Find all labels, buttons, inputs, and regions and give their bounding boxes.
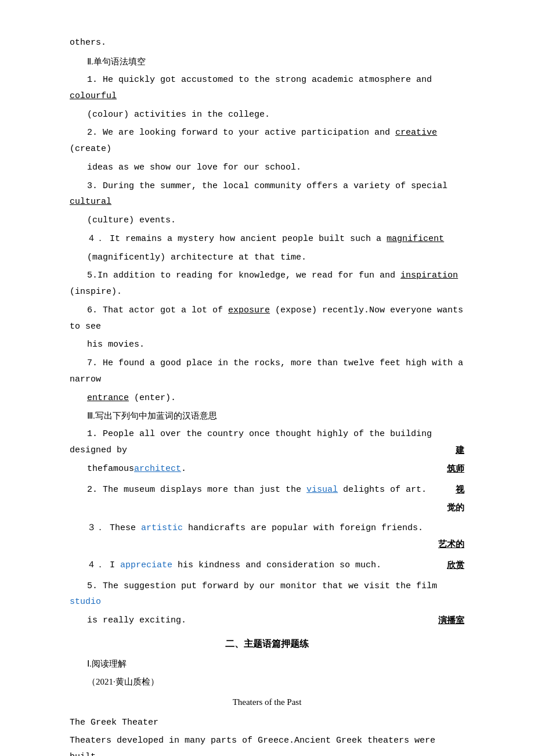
s3-item-1-line2: thefamousarchitect. 筑师 <box>70 461 464 477</box>
s3-3-after: handicrafts are popular with foreign fri… <box>183 523 423 533</box>
fill-item-6: 6. That actor got a lot of exposure (exp… <box>70 303 464 335</box>
fill-5-after: (inspire). <box>70 287 122 297</box>
fill-2-before: 2. We are looking forward to your active… <box>87 128 395 138</box>
s3-2-before: 2. The museum displays more than just th… <box>87 485 306 495</box>
s3-3-answer-part1: 艺术的 <box>421 537 464 553</box>
s3-item-5-line2: is really exciting. 演播室 <box>70 613 464 629</box>
fill-item-3-line2: (culture) events. <box>70 213 464 229</box>
s3-3-before: ３． These <box>87 523 141 533</box>
top-line: others. <box>70 35 464 51</box>
fill-item-5: 5.In addition to reading for knowledge, … <box>70 268 464 300</box>
fill-1-before: 1. He quickly got accustomed to the stro… <box>87 75 432 85</box>
s3-item-1-line1: 1. People all over the country once thou… <box>70 426 464 459</box>
fill-3-before: 3. During the summer, the local communit… <box>87 181 448 191</box>
fill-item-7-line2: entrance (enter). <box>70 390 464 406</box>
s3-item-2: 2. The museum displays more than just th… <box>70 482 464 498</box>
s3-item-5-line1: 5. The suggestion put forward by our mon… <box>70 578 464 611</box>
fill-item-6-line2: his movies. <box>70 337 464 353</box>
s3-5-line2: is really exciting. <box>87 615 186 625</box>
fill-4-before: ４． It remains a mystery how ancient peop… <box>87 234 387 244</box>
greek-text: Theaters developed in many parts of Gree… <box>70 733 464 756</box>
s3-1-line2-after: . <box>181 464 186 474</box>
fill-item-2-line2: ideas as we show our love for our school… <box>70 160 464 176</box>
fill-5-answer: inspiration <box>400 271 458 280</box>
sub-section-1: Ⅰ.阅读理解 <box>70 656 464 672</box>
s3-item-4: ４． I appreciate his kindness and conside… <box>70 557 464 574</box>
fill-item-1-line2: (colour) activities in the college. <box>70 107 464 123</box>
fill-6-answer: exposure <box>228 305 270 315</box>
fill-item-3: 3. During the summer, the local communit… <box>70 178 464 211</box>
s3-item-3: ３． These artistic handicrafts are popula… <box>70 520 464 553</box>
s3-2-blue: visual <box>306 485 338 495</box>
s3-5-blue: studio <box>70 597 101 607</box>
fill-6-before: 6. That actor got a lot of <box>87 305 228 315</box>
s3-1-before: 1. People all over the country once thou… <box>70 429 432 455</box>
s3-1-blue: architect <box>134 464 181 474</box>
s3-1-line2-before: thefamous <box>87 464 134 474</box>
s3-2-answer-part1: 视 <box>438 482 464 498</box>
fill-item-4-line2: (magnificently) architecture at that tim… <box>70 250 464 266</box>
s3-5-before: 5. The suggestion put forward by our mon… <box>87 581 437 591</box>
s3-1-answer-part1: 建 <box>438 442 464 459</box>
s3-4-answer: 欣赏 <box>430 557 464 574</box>
section2-fill-header: Ⅱ.单句语法填空 <box>70 54 464 70</box>
fill-item-4: ４． It remains a mystery how ancient peop… <box>70 231 464 247</box>
fill-5-before: 5.In addition to reading for knowledge, … <box>87 271 400 280</box>
s3-4-after: his kindness and consideration so much. <box>172 560 381 570</box>
s3-5-answer-part1: 演播室 <box>421 613 464 629</box>
fill-item-1: 1. He quickly got accustomed to the stro… <box>70 72 464 105</box>
fill-2-answer: creative <box>395 128 437 138</box>
greek-header: The Greek Theater <box>70 715 464 731</box>
s3-3-blue: artistic <box>141 523 183 533</box>
fill-item-2: 2. We are looking forward to your active… <box>70 125 464 157</box>
fill-1-answer: colourful <box>70 91 117 101</box>
fill-7-after: (enter). <box>129 393 176 403</box>
s3-4-before: ４． I <box>87 560 120 570</box>
fill-4-answer: magnificent <box>387 234 444 244</box>
fill-7-answer: entrance <box>87 393 129 403</box>
fill-3-answer: cultural <box>70 197 111 207</box>
section3-header: Ⅲ.写出下列句中加蓝词的汉语意思 <box>70 408 464 424</box>
fill-item-7-line1: 7. He found a good place in the rocks, m… <box>70 355 464 388</box>
s3-2-after: delights of art. <box>338 485 427 495</box>
exam-source: （2021·黄山质检） <box>70 674 464 690</box>
fill-2-after: (create) <box>70 144 111 154</box>
section2-title: 二、主题语篇押题练 <box>70 636 464 653</box>
s3-2-answer-part2: 觉的 <box>70 500 464 516</box>
s3-4-blue: appreciate <box>120 560 172 570</box>
s3-1-answer-part2: 筑师 <box>430 461 464 477</box>
theaters-title: Theaters of the Past <box>70 694 464 710</box>
